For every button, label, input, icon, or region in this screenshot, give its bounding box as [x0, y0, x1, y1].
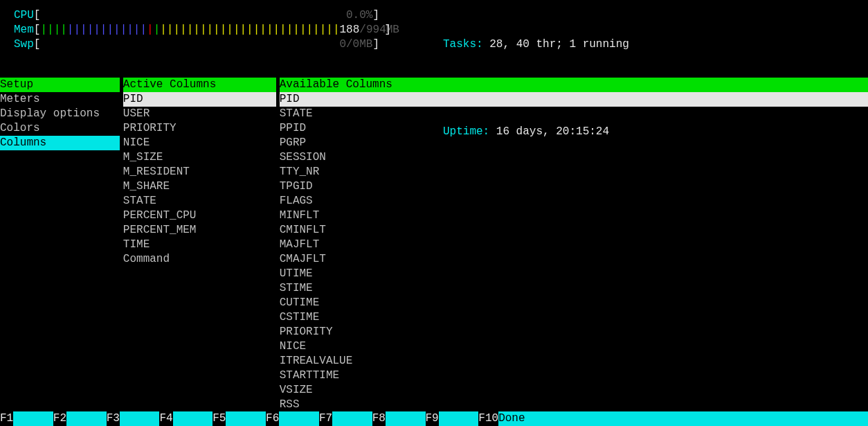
active-column-item[interactable]: Command [123, 252, 276, 267]
available-column-item[interactable]: MAJFLT [280, 238, 868, 252]
tasks-value: 28, 40 thr; 1 running [489, 38, 629, 51]
function-key-bar: F1 F2 F3 F4 F5 F6 F7 F8 F9 F10Done [0, 411, 868, 426]
fkey-action[interactable] [332, 411, 372, 426]
swp-meter: Swp[0/0MB] [14, 37, 868, 52]
available-column-item[interactable]: PRIORITY [280, 325, 868, 339]
available-column-item[interactable]: ITREALVALUE [280, 354, 868, 369]
fkey-label: F3 [107, 411, 120, 426]
swp-total: 0MB [353, 38, 373, 51]
fkey-label: F4 [159, 411, 172, 426]
mem-label: Mem [14, 24, 34, 36]
cpu-value: 0.0% [346, 9, 372, 21]
setup-menu-item[interactable]: Columns [0, 136, 120, 150]
available-column-item[interactable]: STATE [280, 107, 868, 121]
available-column-item[interactable]: PGRP [280, 136, 868, 150]
fkey-action[interactable] [226, 411, 266, 426]
tasks-label: Tasks: [443, 38, 489, 51]
fkey-action[interactable] [66, 411, 107, 426]
setup-menu-header: Setup [0, 78, 120, 92]
active-column-item[interactable]: STATE [123, 194, 276, 208]
fkey-label: F5 [213, 411, 226, 426]
setup-menu-item[interactable]: Colors [0, 121, 120, 136]
swp-used: 0 [339, 38, 346, 51]
active-column-item[interactable]: TIME [123, 238, 276, 252]
fkey-action[interactable] [120, 411, 160, 426]
available-column-item[interactable]: CMAJFLT [280, 252, 868, 267]
active-column-item[interactable]: M_RESIDENT [123, 165, 276, 179]
available-column-item[interactable]: MINFLT [280, 208, 868, 223]
fkey-action[interactable] [386, 411, 426, 426]
available-columns-column: Available Columns [280, 78, 868, 412]
fkey-label: F1 [0, 411, 13, 426]
fkey-label: F7 [319, 411, 332, 426]
setup-menu-item[interactable]: Meters [0, 92, 120, 107]
active-column-item[interactable]: PID [123, 92, 276, 107]
active-column-item[interactable]: M_SIZE [123, 150, 276, 165]
available-columns-header: Available Columns [280, 78, 868, 92]
cpu-meter: CPU[0.0%] [14, 8, 868, 23]
header-meters: CPU[0.0%] Mem[||||||||||||||||||||||||||… [0, 0, 868, 52]
active-column-item[interactable]: PERCENT_CPU [123, 208, 276, 223]
active-column-item[interactable]: USER [123, 107, 276, 121]
active-column-item[interactable]: PERCENT_MEM [123, 223, 276, 238]
fkey-fill [539, 411, 868, 426]
available-column-item[interactable]: UTIME [280, 267, 868, 281]
active-columns-column: Active Columns PID USERPRIORITYNICEM_SIZ… [123, 78, 276, 267]
available-column-item[interactable]: CUTIME [280, 296, 868, 310]
setup-menu-column: Setup MetersDisplay optionsColorsColumns [0, 78, 120, 150]
available-column-item[interactable]: CMINFLT [280, 223, 868, 238]
swp-label: Swp [14, 38, 34, 51]
mem-meter: Mem[||||||||||||||||||||||||||||||||||||… [14, 23, 868, 37]
fkey-label: F2 [53, 411, 66, 426]
fkey-action[interactable] [439, 411, 479, 426]
fkey-label: F9 [426, 411, 439, 426]
available-column-item[interactable]: VSIZE [280, 383, 868, 398]
fkey-label: F8 [372, 411, 386, 426]
available-column-item[interactable]: CSTIME [280, 310, 868, 325]
cpu-label: CPU [14, 9, 34, 21]
fkey-action[interactable] [173, 411, 213, 426]
fkey-action[interactable]: Done [498, 411, 539, 426]
available-column-item[interactable]: TPGID [280, 179, 868, 194]
available-column-item[interactable]: PPID [280, 121, 868, 136]
available-column-item[interactable]: TTY_NR [280, 165, 868, 179]
mem-total: 994MB [366, 24, 399, 36]
active-columns-header: Active Columns [123, 78, 276, 92]
setup-area: Setup MetersDisplay optionsColorsColumns… [0, 78, 868, 412]
available-column-item[interactable]: RSS [280, 398, 868, 412]
active-column-item[interactable]: NICE [123, 136, 276, 150]
available-column-item[interactable]: STARTTIME [280, 369, 868, 383]
available-column-item[interactable]: FLAGS [280, 194, 868, 208]
active-column-item[interactable]: PRIORITY [123, 121, 276, 136]
available-column-item[interactable]: SESSION [280, 150, 868, 165]
mem-used: 188 [340, 24, 360, 36]
available-column-item[interactable]: STIME [280, 281, 868, 296]
active-column-item[interactable]: M_SHARE [123, 179, 276, 194]
fkey-label: F10 [478, 411, 498, 426]
fkey-action[interactable] [13, 411, 53, 426]
available-column-item[interactable]: PID [280, 92, 868, 107]
available-column-item[interactable]: NICE [280, 339, 868, 354]
fkey-action[interactable] [279, 411, 319, 426]
setup-menu-item[interactable]: Display options [0, 107, 120, 121]
fkey-label: F6 [266, 411, 279, 426]
